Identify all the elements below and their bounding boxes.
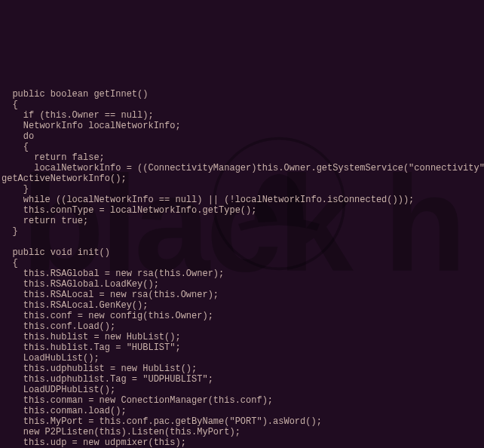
- code-line: [2, 237, 484, 247]
- code-line: {: [2, 100, 484, 110]
- code-line: this.connType = localNetworkInfo.getType…: [2, 205, 484, 216]
- code-line: do: [2, 131, 484, 142]
- code-block: public boolean getInnet() { if (this.Own…: [2, 89, 484, 448]
- code-line: this.udp = new udpmixer(this);: [2, 437, 484, 448]
- code-line: public void init(): [2, 247, 484, 258]
- code-line: localNetworkInfo = ((ConnectivityManager…: [2, 163, 484, 173]
- code-line: {: [2, 258, 484, 268]
- code-line: this.hublist.Tag = "HUBLIST";: [2, 342, 484, 353]
- code-line: return true;: [2, 216, 484, 226]
- code-line: this.conf = new config(this.Owner);: [2, 311, 484, 321]
- code-line: NetworkInfo localNetworkInfo;: [2, 121, 484, 131]
- code-line: while ((localNetworkInfo == null) || (!l…: [2, 195, 484, 205]
- code-line: this.MyPort = this.conf.pac.getByName("P…: [2, 416, 484, 427]
- code-line: this.RSAGlobal.LoadKey();: [2, 279, 484, 290]
- code-line: {: [2, 142, 484, 152]
- code-line: LoadUDPHubList();: [2, 385, 484, 395]
- code-line: public boolean getInnet(): [2, 89, 484, 100]
- code-line: new P2PListen(this).Listen(this.MyPort);: [2, 427, 484, 437]
- code-line: LoadHubList();: [2, 353, 484, 364]
- code-line: this.conf.Load();: [2, 321, 484, 332]
- code-line: getActiveNetworkInfo();: [2, 173, 484, 184]
- code-line: this.conman.load();: [2, 406, 484, 416]
- code-line: this.udphublist = new HubList();: [2, 364, 484, 374]
- code-line: this.conman = new ConectionManager(this.…: [2, 395, 484, 406]
- code-line: }: [2, 226, 484, 237]
- code-line: }: [2, 184, 484, 195]
- code-line: this.RSALocal.GenKey();: [2, 300, 484, 311]
- code-line: this.udphublist.Tag = "UDPHUBLIST";: [2, 374, 484, 385]
- code-line: return false;: [2, 152, 484, 163]
- code-line: if (this.Owner == null);: [2, 110, 484, 121]
- code-line: this.RSAGlobal = new rsa(this.Owner);: [2, 268, 484, 279]
- code-line: this.hublist = new HubList();: [2, 332, 484, 342]
- code-line: this.RSALocal = new rsa(this.Owner);: [2, 290, 484, 300]
